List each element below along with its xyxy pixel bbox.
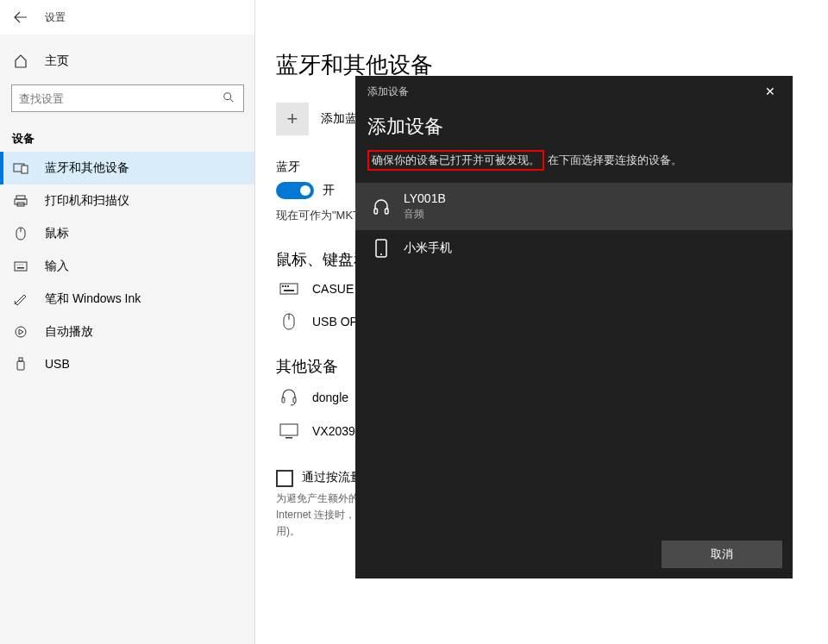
home-icon (12, 54, 29, 68)
add-device-dialog: 添加设备 ✕ 添加设备 确保你的设备已打开并可被发现。 在下面选择要连接的设备。… (355, 76, 793, 578)
sidebar-section-header: 设备 (0, 122, 255, 152)
svg-rect-12 (17, 267, 24, 269)
headphones-icon (369, 199, 393, 215)
device-item-xiaomi[interactable]: 小米手机 (355, 230, 793, 266)
sidebar-item-label: 笔和 Windows Ink (45, 291, 141, 307)
cancel-button[interactable]: 取消 (662, 541, 782, 568)
sidebar-item-bluetooth[interactable]: 蓝牙和其他设备 (0, 152, 255, 184)
svg-rect-4 (15, 199, 27, 204)
sidebar-home-label: 主页 (45, 53, 69, 69)
printer-icon (12, 195, 29, 207)
devices-icon (12, 162, 29, 174)
dialog-subtext-rest: 在下面选择要连接的设备。 (548, 153, 682, 166)
svg-point-13 (16, 327, 26, 337)
headset-icon (276, 389, 302, 406)
svg-point-0 (224, 92, 231, 99)
sidebar-item-typing[interactable]: 输入 (0, 250, 255, 283)
pen-icon (12, 293, 29, 305)
svg-rect-16 (280, 284, 298, 294)
add-button[interactable]: + (276, 103, 309, 135)
mouse-icon (12, 227, 29, 241)
plus-icon: + (287, 108, 298, 130)
device-name: 小米手机 (404, 241, 452, 256)
device-type: 音频 (404, 207, 446, 222)
svg-point-30 (380, 253, 382, 255)
sidebar-item-usb[interactable]: USB (0, 348, 255, 379)
device-name: dongle (312, 391, 348, 404)
checkbox-label: 通过按流量 (302, 470, 362, 485)
autoplay-icon (12, 325, 29, 339)
sidebar-item-label: 输入 (45, 259, 69, 274)
search-box[interactable] (11, 84, 244, 112)
svg-rect-14 (19, 358, 22, 361)
device-name: LY001B (404, 191, 446, 205)
dialog-close-button[interactable]: ✕ (751, 79, 789, 103)
search-input[interactable] (19, 92, 223, 105)
highlighted-text: 确保你的设备已打开并可被发现。 (367, 150, 544, 171)
dialog-footer: 取消 (355, 530, 793, 578)
svg-rect-20 (284, 290, 294, 291)
svg-rect-8 (15, 262, 27, 271)
sidebar: 主页 设备 蓝牙和其他设备 打印机和扫描仪 鼠标 输入 (0, 34, 255, 644)
sidebar-item-printers[interactable]: 打印机和扫描仪 (0, 184, 255, 217)
dialog-body: 添加设备 确保你的设备已打开并可被发现。 在下面选择要连接的设备。 LY001B… (355, 107, 793, 530)
svg-rect-3 (16, 196, 25, 199)
device-list: LY001B 音频 小米手机 (355, 183, 793, 266)
monitor-icon (276, 423, 302, 439)
svg-rect-19 (287, 285, 289, 287)
titlebar: 设置 (0, 0, 828, 34)
sidebar-item-mouse[interactable]: 鼠标 (0, 217, 255, 250)
sidebar-item-label: 自动播放 (45, 324, 93, 340)
close-icon: ✕ (765, 84, 775, 98)
search-icon (223, 91, 236, 106)
mouse-icon (276, 313, 302, 330)
phone-icon (369, 239, 393, 258)
bt-toggle-state: 开 (323, 183, 335, 198)
keyboard-icon (276, 283, 302, 295)
sidebar-item-label: USB (45, 357, 70, 371)
back-button[interactable] (7, 3, 34, 31)
titlebar-text: 设置 (45, 10, 66, 25)
dialog-heading: 添加设备 (367, 114, 781, 140)
checkbox[interactable] (276, 470, 293, 487)
bt-toggle[interactable] (276, 182, 314, 199)
usb-icon (12, 357, 29, 371)
svg-rect-15 (17, 361, 24, 370)
sidebar-item-label: 蓝牙和其他设备 (45, 160, 129, 176)
arrow-left-icon (14, 10, 28, 24)
svg-rect-17 (282, 285, 284, 287)
svg-rect-18 (285, 285, 286, 287)
svg-rect-2 (22, 166, 28, 173)
sidebar-item-pen[interactable]: 笔和 Windows Ink (0, 283, 255, 316)
svg-point-10 (19, 264, 20, 265)
svg-rect-26 (285, 437, 292, 439)
dialog-titlebar: 添加设备 ✕ (355, 76, 793, 107)
dialog-subtext: 确保你的设备已打开并可被发现。 在下面选择要连接的设备。 (367, 150, 781, 171)
sidebar-item-autoplay[interactable]: 自动播放 (0, 316, 255, 348)
svg-rect-25 (280, 424, 298, 435)
device-item-ly001b[interactable]: LY001B 音频 (355, 183, 793, 230)
search-container (11, 84, 244, 112)
keyboard-icon (12, 261, 29, 272)
sidebar-item-label: 打印机和扫描仪 (45, 193, 129, 209)
dialog-titlebar-text: 添加设备 (367, 84, 409, 99)
sidebar-item-label: 鼠标 (45, 226, 69, 241)
svg-point-9 (16, 264, 17, 265)
sidebar-home[interactable]: 主页 (0, 48, 255, 74)
svg-point-11 (22, 264, 22, 265)
